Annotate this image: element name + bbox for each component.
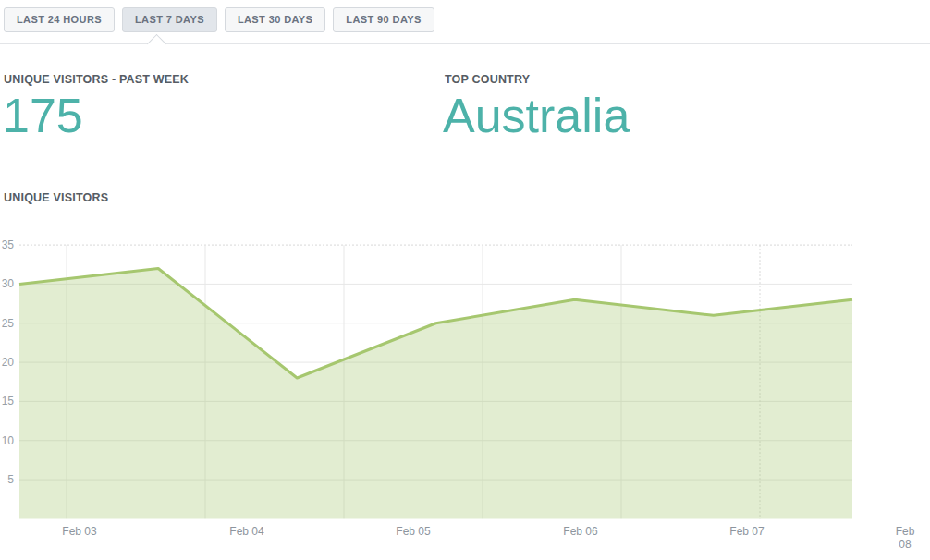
tab-last-24-hours[interactable]: LAST 24 HOURS [4, 7, 115, 32]
top-country-value: Australia [443, 91, 630, 140]
y-axis-tick-label: 25 [0, 317, 14, 330]
unique-visitors-past-week-label: UNIQUE VISITORS - PAST WEEK [4, 73, 189, 86]
unique-visitors-chart: 5101520253035Feb 03Feb 04Feb 05Feb 06Feb… [0, 213, 930, 560]
x-axis-tick-label: Feb 03 [50, 526, 109, 539]
y-axis-tick-label: 10 [0, 434, 14, 447]
x-axis-tick-label: Feb 07 [717, 526, 777, 539]
unique-visitors-past-week-value: 175 [3, 91, 83, 140]
tab-last-30-days[interactable]: LAST 30 DAYS [225, 7, 325, 32]
x-axis-tick-label: Feb 04 [217, 526, 276, 539]
chart-title: UNIQUE VISITORS [4, 191, 108, 204]
time-range-tabbar: LAST 24 HOURS LAST 7 DAYS LAST 30 DAYS L… [4, 7, 434, 32]
y-axis-tick-label: 20 [0, 356, 14, 369]
y-axis-tick-label: 35 [0, 238, 14, 251]
top-country-label: TOP COUNTRY [445, 73, 530, 86]
y-axis-tick-label: 5 [0, 473, 14, 486]
y-axis-tick-label: 15 [0, 395, 14, 408]
tabbar-divider [0, 43, 930, 44]
analytics-dashboard: LAST 24 HOURS LAST 7 DAYS LAST 30 DAYS L… [0, 0, 930, 560]
x-axis-tick-label: Feb 05 [384, 526, 443, 539]
visitors-area-chart-svg [0, 213, 930, 560]
active-tab-pointer [147, 34, 166, 54]
x-axis-tick-label: Feb 08 [889, 526, 921, 552]
tab-last-90-days[interactable]: LAST 90 DAYS [333, 7, 434, 32]
area-series-fill [19, 268, 852, 518]
tab-last-7-days[interactable]: LAST 7 DAYS [122, 7, 217, 32]
x-axis-tick-label: Feb 06 [551, 526, 610, 539]
y-axis-tick-label: 30 [0, 277, 14, 290]
